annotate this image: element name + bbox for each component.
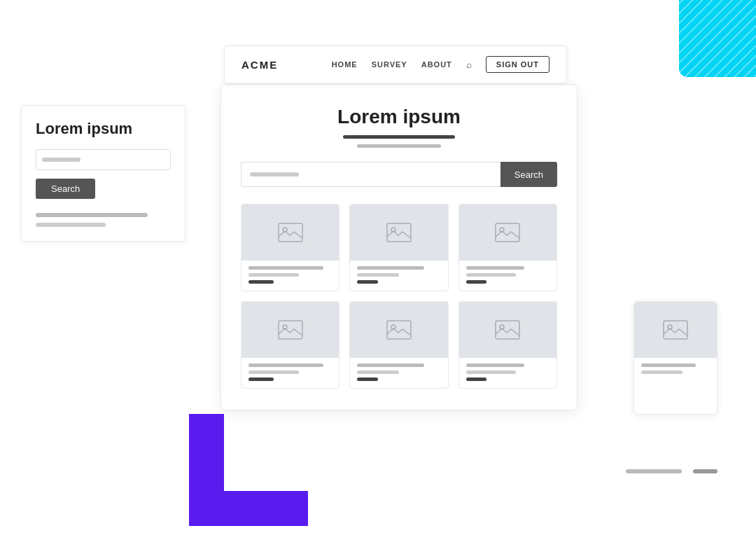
svg-rect-4 (387, 223, 411, 242)
card-2[interactable] (349, 204, 448, 291)
card-6-body (459, 358, 556, 388)
br-line-2 (693, 469, 718, 473)
image-icon-6 (495, 320, 520, 340)
image-icon-4 (278, 320, 303, 340)
card-5-body (350, 358, 447, 388)
main-card-title: Lorem ipsum (241, 106, 557, 128)
card-2-body (350, 261, 447, 291)
cards-grid (241, 204, 557, 389)
card-4-line-1 (248, 363, 323, 367)
main-search-button[interactable]: Search (500, 162, 557, 187)
search-icon[interactable]: ⌕ (466, 59, 472, 70)
svg-rect-10 (387, 321, 411, 339)
purple-l-decoration (189, 414, 308, 526)
card-6-line-1 (466, 363, 525, 367)
card-4-body (241, 358, 339, 388)
card-5-line-2 (357, 371, 399, 374)
card-4-line-2 (248, 371, 299, 374)
signout-button[interactable]: SIGN OUT (486, 56, 550, 73)
card-1-line-1 (248, 266, 323, 270)
svg-rect-8 (279, 321, 302, 339)
right-card-body (634, 358, 717, 414)
card-3-body (459, 261, 556, 291)
card-6[interactable] (458, 301, 557, 389)
card-2-image (350, 205, 447, 261)
svg-rect-12 (496, 321, 519, 339)
card-6-image (459, 302, 556, 358)
navbar-link-survey[interactable]: SURVEY (372, 60, 407, 69)
left-search-button[interactable]: Search (36, 179, 95, 199)
card-3-line-3 (466, 280, 487, 284)
right-card-image (634, 302, 717, 358)
right-body-line-2 (641, 371, 682, 374)
card-5-image (350, 302, 447, 358)
card-1-body (241, 261, 339, 291)
left-line-1 (36, 213, 148, 217)
right-floating-card (634, 301, 718, 415)
card-3-line-2 (466, 273, 517, 277)
image-icon-5 (386, 320, 412, 340)
left-input-placeholder (42, 158, 80, 162)
svg-rect-1 (672, 0, 756, 84)
card-6-line-3 (466, 378, 487, 381)
left-line-2 (36, 223, 106, 227)
main-input-placeholder (250, 172, 299, 176)
card-1-line-2 (248, 273, 299, 277)
card-3-image (459, 205, 556, 261)
svg-rect-2 (279, 223, 302, 242)
main-search-row: Search (241, 162, 557, 187)
card-6-line-2 (466, 371, 517, 374)
card-1-image (241, 205, 339, 261)
image-icon-2 (386, 223, 412, 242)
navbar: ACME HOME SURVEY ABOUT ⌕ SIGN OUT (224, 46, 567, 83)
navbar-brand: ACME (241, 59, 278, 71)
card-4-image (241, 302, 339, 358)
image-icon-3 (495, 223, 520, 242)
card-2-line-2 (357, 273, 399, 277)
card-5-line-3 (357, 378, 378, 381)
navbar-link-about[interactable]: ABOUT (421, 60, 452, 69)
image-icon-1 (278, 223, 303, 242)
card-2-line-3 (357, 280, 378, 284)
card-5[interactable] (349, 301, 448, 389)
cyan-decoration (672, 0, 756, 84)
br-line-1 (626, 469, 682, 473)
svg-rect-6 (496, 223, 519, 242)
main-line-1 (343, 135, 455, 139)
bottom-right-lines (626, 469, 718, 473)
purple-horizontal (189, 491, 308, 526)
card-1[interactable] (241, 204, 340, 291)
card-4[interactable] (241, 301, 340, 389)
main-line-2 (357, 144, 441, 148)
card-2-line-1 (357, 266, 424, 270)
left-panel-title: Lorem ipsum (36, 120, 171, 138)
navbar-link-home[interactable]: HOME (332, 60, 358, 69)
left-panel: Lorem ipsum Search (21, 105, 186, 242)
main-card: Lorem ipsum Search (220, 84, 578, 410)
card-3-line-1 (466, 266, 525, 270)
cyan-stripes-svg (672, 0, 756, 84)
card-4-line-3 (248, 378, 274, 381)
card-1-line-3 (248, 280, 274, 284)
svg-rect-14 (664, 321, 687, 339)
card-3[interactable] (458, 204, 557, 291)
navbar-links: HOME SURVEY ABOUT ⌕ SIGN OUT (332, 56, 550, 73)
card-5-line-1 (357, 363, 424, 367)
left-search-input[interactable] (36, 149, 171, 170)
right-image-icon (663, 320, 688, 340)
right-body-line-1 (641, 363, 696, 367)
main-search-input[interactable] (241, 162, 500, 187)
